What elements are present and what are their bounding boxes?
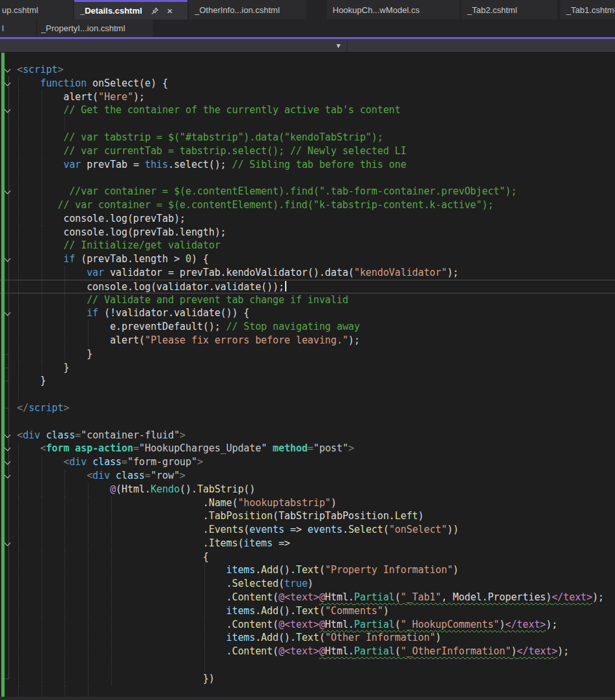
token-string: "kendoValidator"	[354, 267, 447, 278]
dropdown-arrow-icon[interactable]: ▾	[332, 40, 345, 52]
document-tab[interactable]: _OtherInfo...ion.cshtml	[189, 0, 307, 20]
code-line[interactable]: <script>	[0, 63, 615, 77]
fold-chevron-down-icon[interactable]	[5, 188, 11, 195]
code-line-text: <div class="form-group">	[17, 456, 203, 468]
fold-chevron-down-icon[interactable]	[5, 66, 11, 73]
code-line[interactable]	[0, 658, 615, 672]
document-tab[interactable]: _Tab1.cshtml	[560, 0, 615, 20]
token-default: .	[255, 605, 261, 617]
code-line[interactable]: .TabPosition(TabStripTabPosition.Left)	[0, 509, 615, 523]
code-line[interactable]: console.log(validator.validate());	[0, 280, 615, 293]
code-line[interactable]: }	[0, 361, 615, 375]
code-line[interactable]: }	[0, 374, 615, 388]
code-line[interactable]: <form asp-action="HookupCharges_Update" …	[0, 442, 615, 455]
code-line[interactable]: })	[0, 672, 615, 686]
code-line[interactable]: {	[0, 550, 615, 564]
code-line[interactable]: .Selected(true)	[0, 577, 615, 591]
code-line[interactable]: @(Html.Kendo().TabStrip()	[0, 483, 615, 496]
token-default: (	[273, 619, 279, 630]
token-string: "_Tab1"	[400, 591, 441, 603]
code-line[interactable]: items.Add().Text("Property Information")	[0, 563, 615, 577]
code-line[interactable]: .Events(events => events.Select("onSelec…	[0, 523, 615, 537]
code-line[interactable]: // Validate and prevent tab change if in…	[0, 293, 615, 307]
code-line[interactable]: .Items(items =>	[0, 537, 615, 550]
code-line[interactable]: // var tabstrip = $("#tabstrip").data("k…	[0, 131, 615, 144]
indent-guide	[204, 618, 205, 632]
token-default: alert(	[63, 91, 98, 103]
fold-chevron-down-icon[interactable]	[5, 310, 11, 316]
code-line[interactable]: alert("Here");	[0, 90, 615, 104]
fold-chevron-down-icon[interactable]	[5, 431, 11, 438]
code-lines[interactable]: <script> function onSelect(e) { alert("H…	[0, 63, 615, 699]
fold-chevron-down-icon[interactable]	[5, 256, 11, 262]
token-default	[40, 429, 46, 441]
code-line[interactable]: function onSelect(e) {	[0, 77, 615, 90]
token-default	[110, 470, 116, 481]
code-line[interactable]: .Content(@<text>@Html.Partial("_HookupCo…	[0, 618, 615, 632]
code-line[interactable]: </script>	[0, 401, 615, 415]
code-line[interactable]: //var container = $(e.contentElement).fi…	[0, 185, 615, 198]
token-default: ()	[243, 483, 255, 495]
code-line[interactable]	[0, 117, 615, 131]
fold-chevron-down-icon[interactable]	[5, 79, 11, 86]
code-line[interactable]: var prevTab = this.select(); // Sibling …	[0, 158, 615, 172]
indent-guide	[42, 171, 42, 185]
indent-guide	[42, 469, 42, 483]
token-default: ) {	[150, 77, 168, 89]
token-method: Events	[209, 524, 244, 535]
code-line[interactable]: var validator = prevTab.kendoValidator()…	[0, 266, 615, 280]
code-line[interactable]: console.log(prevTab.length);	[0, 226, 615, 239]
code-line[interactable]	[0, 388, 615, 401]
code-line[interactable]	[0, 415, 615, 429]
token-param: items	[226, 564, 256, 576]
fold-chevron-down-icon[interactable]	[5, 459, 11, 465]
code-line[interactable]: // var container = $(e.contentElement).f…	[0, 198, 615, 212]
indent-guide	[42, 252, 42, 266]
code-line[interactable]: if (prevTab.length > 0) {	[0, 252, 615, 266]
fold-chevron-down-icon[interactable]	[5, 445, 11, 451]
code-line[interactable]: <div class="form-group">	[0, 455, 615, 469]
code-line[interactable]: if (!validator.validate()) {	[0, 306, 615, 320]
document-tab[interactable]: HookupCh...wModel.cs	[327, 0, 459, 20]
code-line-text: //var container = $(e.contentElement).fi…	[17, 185, 517, 197]
code-line[interactable]: e.preventDefault(); // Stop navigating a…	[0, 320, 615, 334]
code-line[interactable]: // Get the container of the currently ac…	[0, 103, 615, 117]
token-default: console.log(validator.validate());	[87, 281, 284, 293]
code-line[interactable]: console.log(prevTab);	[0, 212, 615, 226]
indent-guide	[42, 604, 42, 618]
token-number: 0	[185, 253, 191, 265]
document-tab[interactable]: _Details.cshtml×	[74, 0, 187, 20]
code-line[interactable]	[0, 171, 615, 185]
tab-label: l	[2, 23, 4, 33]
document-tab[interactable]: up.cshtml	[0, 0, 73, 20]
indent-guide	[42, 158, 42, 172]
code-line[interactable]: // Initialize/get validator	[0, 239, 615, 252]
indent-guide	[111, 523, 112, 537]
close-icon[interactable]: ×	[167, 6, 172, 16]
document-tab[interactable]: _Tab2.cshtml	[461, 0, 557, 20]
code-line[interactable]: <div class="container-fluid">	[0, 429, 615, 442]
code-line[interactable]: .Content(@<text>@Html.Partial("_OtherInf…	[0, 645, 615, 658]
code-line[interactable]: <div class="row">	[0, 469, 615, 483]
token-default: (TabStripTabPosition.	[273, 510, 395, 522]
fold-chevron-down-icon[interactable]	[5, 539, 11, 546]
token-default: ().	[279, 564, 296, 576]
code-line[interactable]: // var currentTab = tabstrip.select(); /…	[0, 144, 615, 158]
code-line[interactable]: .Name("hookuptabstrip")	[0, 496, 615, 510]
code-editor[interactable]: <script> function onSelect(e) { alert("H…	[0, 53, 615, 700]
horizontal-scrollbar[interactable]	[0, 697, 615, 700]
indent-guide	[42, 563, 42, 577]
code-line[interactable]: .Content(@<text>@Html.Partial("_Tab1", M…	[0, 591, 615, 604]
token-punct: <	[17, 429, 23, 441]
document-tab[interactable]: l	[0, 20, 36, 37]
document-tab[interactable]: _PropertyI...ion.cshtml	[37, 20, 153, 37]
code-line[interactable]: alert("Please fix errors before leaving.…	[0, 334, 615, 347]
code-line[interactable]: }	[0, 347, 615, 361]
fold-chevron-down-icon[interactable]	[5, 472, 11, 478]
code-line[interactable]: items.Add().Text("Other Information")	[0, 631, 615, 645]
pin-icon[interactable]	[151, 7, 159, 15]
code-line[interactable]: items.Add().Text("Comments")	[0, 604, 615, 618]
code-line-text: function onSelect(e) {	[17, 77, 168, 89]
code-line-text: }	[17, 362, 69, 373]
fold-chevron-down-icon[interactable]	[5, 107, 11, 113]
